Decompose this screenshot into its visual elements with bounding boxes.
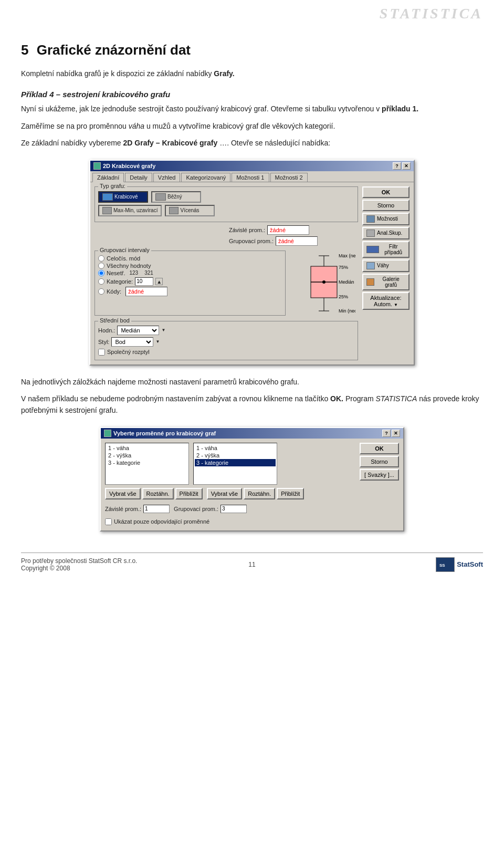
dialog2-ok-btn[interactable]: OK bbox=[360, 443, 399, 454]
dialog2-vybrat-vse-right[interactable]: Vybrat vše bbox=[207, 488, 243, 499]
dialog2: Vyberte proměnné pro krabicový graf ? ✕ … bbox=[100, 427, 404, 532]
dialog1-close-btn[interactable]: ✕ bbox=[402, 162, 411, 170]
hodn-label: Hodn.: bbox=[98, 327, 115, 334]
dialog2-help-btn[interactable]: ? bbox=[382, 430, 391, 437]
dialog1-filtr-btn[interactable]: Filtr případů bbox=[362, 241, 410, 258]
left-item-2[interactable]: 2 - výška bbox=[107, 452, 187, 459]
footer-copyright: Copyright © 2008 bbox=[21, 565, 70, 572]
tab-moznosti2[interactable]: Možnosti 2 bbox=[270, 173, 308, 182]
dialog2-priblizit-right[interactable]: Přiblížit bbox=[277, 488, 304, 499]
grouping-intervals-group: Grupovací intervaly Celočís. mód Všechny… bbox=[94, 251, 286, 316]
dialog2-checkbox-label: Ukázat pouze odpovídající proměnné bbox=[114, 518, 209, 525]
radio-kategorie[interactable] bbox=[98, 278, 104, 285]
dialog1-content: Typ grafu: Krabicové Běžný bbox=[90, 182, 414, 364]
hodn-row: Hodn.: Medián ▼ bbox=[98, 326, 354, 335]
svg-text:Min (neodlehlé): Min (neodlehlé) bbox=[339, 308, 355, 314]
left-list-group: 1 - váha 2 - výška 3 - kategorie bbox=[105, 443, 189, 485]
example-para-2: Zaměříme se na pro proměnnou váha u mužů… bbox=[21, 120, 483, 132]
vicenas-icon bbox=[169, 207, 178, 214]
kategorie-input[interactable] bbox=[135, 277, 153, 286]
gi-row-nesetr: Nesetř. 123 321 bbox=[98, 270, 282, 276]
lower-area: Grupovací intervaly Celočís. mód Všechny… bbox=[94, 251, 358, 319]
right-item-2[interactable]: 2 - výška bbox=[195, 452, 276, 459]
after-dialog1-para2: V našem příkladu se nebudeme podrobným n… bbox=[21, 393, 483, 416]
type-btn-krabicove[interactable]: Krabicové bbox=[98, 191, 148, 203]
maxmin-icon bbox=[102, 207, 112, 214]
radio-nesetr[interactable] bbox=[98, 270, 104, 276]
dialog1-left-panel: Typ grafu: Krabicové Běžný bbox=[94, 186, 358, 360]
dialog1-anal-skup-btn[interactable]: Anal.Skup. bbox=[362, 227, 410, 239]
nesetr-vals2: 321 bbox=[144, 270, 153, 276]
tab-zakladni[interactable]: Základní bbox=[92, 173, 124, 182]
type-group: Typ grafu: Krabicové Běžný bbox=[94, 186, 358, 222]
grupovaci-value[interactable]: žádné bbox=[276, 236, 318, 246]
vars-left bbox=[94, 225, 224, 247]
dialog2-grupovaci-input[interactable] bbox=[220, 505, 247, 513]
right-item-1[interactable]: 1 - váha bbox=[195, 444, 276, 452]
type-btn-bezny[interactable]: Běžný bbox=[151, 191, 201, 203]
boxplot-visual-area: Max (neodlehlé) 75% Medián 25% Min (neod… bbox=[290, 251, 358, 319]
dialog2-storno-btn[interactable]: Storno bbox=[360, 456, 399, 467]
svg-point-4 bbox=[322, 280, 326, 284]
type-row-2: Max-Min, uzavírací Vícenás bbox=[98, 205, 354, 216]
statsoft-logo: SS StatSoft bbox=[436, 557, 483, 572]
dialog1-aktualizace-btn[interactable]: Aktualizace: Autom. ▼ bbox=[362, 292, 410, 310]
svg-text:Max (neodlehlé): Max (neodlehlé) bbox=[339, 253, 355, 258]
type-btn-vicenas[interactable]: Vícenás bbox=[165, 205, 215, 216]
zavisle-value[interactable]: žádné bbox=[267, 225, 309, 235]
svg-text:Medián: Medián bbox=[339, 279, 354, 285]
left-vars-list[interactable]: 1 - váha 2 - výška 3 - kategorie bbox=[105, 443, 189, 485]
tab-moznosti1[interactable]: Možnosti 1 bbox=[232, 173, 269, 182]
kategorie-spin[interactable]: ▲ bbox=[155, 278, 163, 285]
kody-value[interactable]: žádné bbox=[125, 287, 167, 296]
dialog2-zavisle-input[interactable] bbox=[143, 505, 170, 513]
hodn-select[interactable]: Medián bbox=[117, 326, 159, 335]
dialog2-roztahn-right[interactable]: Roztáhn. bbox=[244, 488, 275, 499]
tab-kategorizovany[interactable]: Kategorizovaný bbox=[181, 173, 230, 182]
gi-row-celocis: Celočís. mód bbox=[98, 255, 282, 262]
dialog1-titlebar: 2D Krabicové grafy ? ✕ bbox=[90, 161, 414, 171]
dialog1-galerie-btn[interactable]: Galerie grafů bbox=[362, 274, 410, 290]
dialog1-vahy-btn[interactable]: Váhy bbox=[362, 259, 410, 272]
dialog2-right-buttons: OK Storno [ Svazky ]... bbox=[360, 443, 399, 526]
dialog1-moznosti-btn[interactable]: Možnosti bbox=[362, 213, 410, 225]
dialog2-close-btn[interactable]: ✕ bbox=[392, 430, 400, 437]
dialog2-vybrat-vse-left[interactable]: Vybrat vše bbox=[105, 488, 141, 499]
dialog1-storno-btn[interactable]: Storno bbox=[362, 200, 410, 211]
dialog1: 2D Krabicové grafy ? ✕ Základní Detaily … bbox=[89, 160, 415, 366]
dialog1-help-btn[interactable]: ? bbox=[393, 162, 401, 170]
dialog2-title-left: Vyberte proměnné pro krabicový graf bbox=[104, 430, 216, 437]
right-item-3[interactable]: 3 - kategorie bbox=[195, 459, 276, 466]
spolecny-label: Společný rozptyl bbox=[107, 349, 150, 355]
left-item-3[interactable]: 3 - kategorie bbox=[107, 459, 187, 466]
type-btn-maxmin[interactable]: Max-Min, uzavírací bbox=[98, 205, 162, 216]
radio-kody[interactable] bbox=[98, 288, 104, 295]
styl-select[interactable]: Bod bbox=[111, 337, 153, 347]
dialog2-priblizit-left[interactable]: Přiblížit bbox=[175, 488, 203, 499]
tab-vzhled[interactable]: Vzhled bbox=[153, 173, 181, 182]
spolecny-checkbox[interactable] bbox=[98, 349, 105, 356]
dialog1-ok-btn[interactable]: OK bbox=[362, 186, 410, 198]
statsoft-icon-svg: SS bbox=[437, 558, 453, 571]
radio-celocis[interactable] bbox=[98, 255, 104, 262]
dialog2-grupovaci-label: Grupovací prom.: bbox=[174, 506, 218, 512]
krabicove-icon bbox=[102, 193, 113, 201]
dialog2-checkbox[interactable] bbox=[105, 518, 112, 525]
example-title: Příklad 4 – sestrojení krabicového grafu bbox=[21, 90, 483, 99]
dialog2-roztahn-left[interactable]: Roztáhn. bbox=[142, 488, 174, 499]
left-item-1[interactable]: 1 - váha bbox=[107, 444, 187, 452]
grupovaci-row: Grupovací prom.: žádné bbox=[229, 236, 358, 246]
type-row-1: Krabicové Běžný bbox=[98, 191, 354, 203]
nesetr-vals: 123 bbox=[129, 270, 138, 276]
type-group-label: Typ grafu: bbox=[98, 183, 127, 189]
vahy-icon bbox=[366, 262, 375, 269]
dialog2-icon bbox=[104, 430, 111, 437]
svg-text:25%: 25% bbox=[339, 294, 348, 299]
footer-page-number: 11 bbox=[248, 561, 255, 568]
dialog2-right-btns: Vybrat vše Roztáhn. Přiblížit bbox=[207, 488, 304, 499]
dialog2-svazky-btn[interactable]: [ Svazky ]... bbox=[360, 469, 399, 481]
label-nesetr: Nesetř. bbox=[107, 270, 125, 276]
tab-detaily[interactable]: Detaily bbox=[125, 173, 152, 182]
radio-vsechny[interactable] bbox=[98, 263, 104, 269]
right-vars-list[interactable]: 1 - váha 2 - výška 3 - kategorie bbox=[193, 443, 277, 485]
